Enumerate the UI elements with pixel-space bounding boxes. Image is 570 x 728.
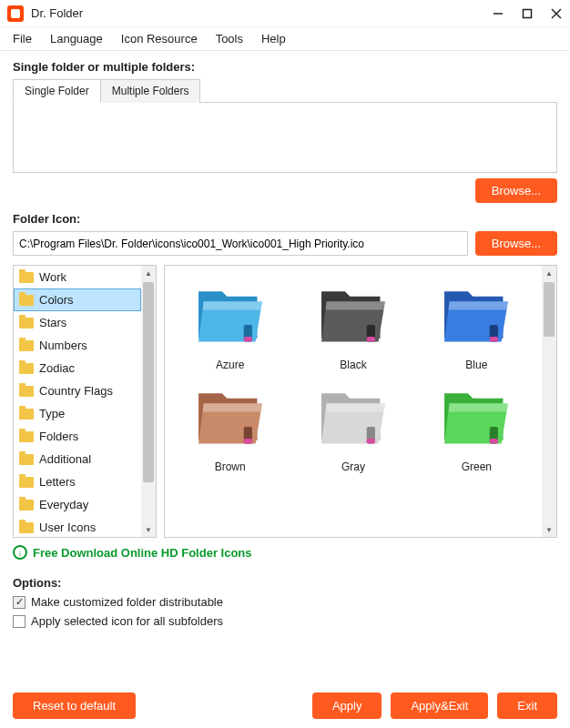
- category-panel: WorkColorsStarsNumbersZodiacCountry Flag…: [13, 265, 157, 538]
- category-label: Folders: [39, 430, 78, 443]
- category-label: Colors: [39, 293, 74, 307]
- category-label: User Icons: [39, 521, 96, 534]
- category-item-user-icons[interactable]: User Icons: [14, 516, 141, 537]
- tab-single-folder[interactable]: Single Folder: [13, 79, 101, 103]
- folder-preview-icon: [188, 375, 272, 459]
- download-link-text: Free Download Online HD Folder Icons: [33, 546, 252, 560]
- folder-icon: [19, 500, 34, 511]
- svg-rect-7: [367, 337, 375, 342]
- category-item-colors[interactable]: Colors: [14, 288, 141, 311]
- svg-rect-11: [243, 439, 251, 444]
- category-label: Numbers: [39, 339, 87, 352]
- checkbox-distributable[interactable]: ✓: [13, 596, 25, 609]
- icon-label: Green: [462, 460, 492, 473]
- folder-icon: [19, 454, 34, 465]
- category-item-stars[interactable]: Stars: [14, 311, 141, 334]
- menu-tools[interactable]: Tools: [209, 30, 250, 47]
- browse-folder-button[interactable]: Browse...: [475, 178, 557, 203]
- download-icons-link[interactable]: ↓ Free Download Online HD Folder Icons: [13, 545, 557, 560]
- scroll-down-icon[interactable]: ▼: [542, 522, 556, 537]
- maximize-button[interactable]: [521, 7, 534, 20]
- scroll-up-icon[interactable]: ▲: [542, 266, 556, 280]
- folder-icon: [19, 386, 34, 397]
- icon-black[interactable]: Black: [295, 273, 411, 371]
- scroll-down-icon[interactable]: ▼: [141, 522, 156, 537]
- category-item-folders[interactable]: Folders: [14, 425, 141, 448]
- browse-icon-button[interactable]: Browse...: [475, 231, 557, 256]
- menu-file[interactable]: File: [5, 30, 39, 47]
- svg-rect-13: [367, 439, 375, 444]
- icon-label: Brown: [215, 460, 246, 473]
- icon-label: Azure: [216, 359, 244, 371]
- folder-icon: [19, 409, 34, 420]
- icon-label: Black: [340, 359, 366, 371]
- icon-path-input[interactable]: [13, 231, 468, 256]
- minimize-button[interactable]: [492, 7, 504, 20]
- folder-icon: [19, 272, 34, 283]
- category-label: Additional: [39, 452, 91, 466]
- icon-scrollbar[interactable]: ▲ ▼: [542, 266, 556, 537]
- menu-help[interactable]: Help: [254, 30, 293, 47]
- category-item-letters[interactable]: Letters: [14, 470, 141, 493]
- icon-green[interactable]: Green: [419, 375, 534, 473]
- scroll-up-icon[interactable]: ▲: [141, 266, 156, 280]
- bottom-bar: Reset to default Apply Apply&Exit Exit: [13, 693, 557, 719]
- icon-gray[interactable]: Gray: [295, 375, 411, 473]
- category-item-zodiac[interactable]: Zodiac: [14, 357, 141, 379]
- reset-button[interactable]: Reset to default: [13, 693, 136, 719]
- tab-multiple-folders[interactable]: Multiple Folders: [101, 79, 201, 103]
- category-label: Country Flags: [39, 384, 113, 398]
- icon-grid-panel: AzureBlackBlueBrownGrayGreen ▲ ▼: [164, 265, 557, 538]
- folder-mode-tabs: Single Folder Multiple Folders: [13, 79, 557, 103]
- exit-button[interactable]: Exit: [497, 693, 557, 719]
- svg-rect-1: [524, 9, 532, 17]
- icon-label: Gray: [341, 460, 365, 473]
- scroll-thumb[interactable]: [143, 282, 154, 482]
- folder-icon: [19, 522, 34, 533]
- folder-icon: [19, 431, 34, 442]
- app-icon: [7, 5, 24, 22]
- single-multiple-label: Single folder or multiple folders:: [13, 60, 557, 74]
- menu-icon-resource[interactable]: Icon Resource: [114, 30, 205, 47]
- app-title: Dr. Folder: [31, 6, 492, 20]
- apply-exit-button[interactable]: Apply&Exit: [391, 693, 488, 719]
- folder-preview-icon: [311, 375, 395, 459]
- svg-rect-5: [243, 337, 251, 342]
- scroll-thumb[interactable]: [544, 282, 555, 337]
- folder-icon: [19, 295, 34, 306]
- apply-button[interactable]: Apply: [312, 693, 382, 719]
- category-scrollbar[interactable]: ▲ ▼: [141, 266, 156, 537]
- category-item-numbers[interactable]: Numbers: [14, 334, 141, 357]
- folder-icon: [19, 318, 34, 329]
- category-item-work[interactable]: Work: [14, 266, 141, 288]
- close-button[interactable]: [550, 7, 563, 20]
- svg-rect-15: [490, 439, 498, 444]
- options-label: Options:: [13, 576, 557, 590]
- folder-icon-label: Folder Icon:: [13, 212, 557, 226]
- folder-icon: [19, 363, 34, 374]
- category-label: Letters: [39, 475, 76, 489]
- menu-language[interactable]: Language: [43, 30, 110, 47]
- folder-preview-icon: [434, 273, 518, 357]
- category-item-everyday[interactable]: Everyday: [14, 493, 141, 516]
- icon-brown[interactable]: Brown: [172, 375, 288, 473]
- option-distributable-label: Make customized folder distributable: [31, 595, 223, 609]
- folder-path-box[interactable]: [13, 102, 557, 173]
- category-item-type[interactable]: Type: [14, 402, 141, 425]
- titlebar: Dr. Folder: [0, 0, 570, 27]
- folder-preview-icon: [311, 273, 395, 357]
- category-label: Stars: [39, 316, 66, 329]
- download-icon: ↓: [13, 545, 27, 560]
- checkbox-subfolders[interactable]: [13, 615, 25, 628]
- icon-azure[interactable]: Azure: [172, 273, 288, 371]
- option-subfolders-label: Apply selected icon for all subfolders: [31, 614, 223, 628]
- category-label: Zodiac: [39, 361, 75, 375]
- menubar: File Language Icon Resource Tools Help: [0, 27, 570, 51]
- folder-icon: [19, 340, 34, 351]
- folder-preview-icon: [434, 375, 518, 459]
- category-item-country-flags[interactable]: Country Flags: [14, 379, 141, 402]
- category-label: Type: [39, 407, 65, 420]
- icon-blue[interactable]: Blue: [419, 273, 534, 371]
- category-item-additional[interactable]: Additional: [14, 448, 141, 470]
- icon-label: Blue: [465, 359, 487, 371]
